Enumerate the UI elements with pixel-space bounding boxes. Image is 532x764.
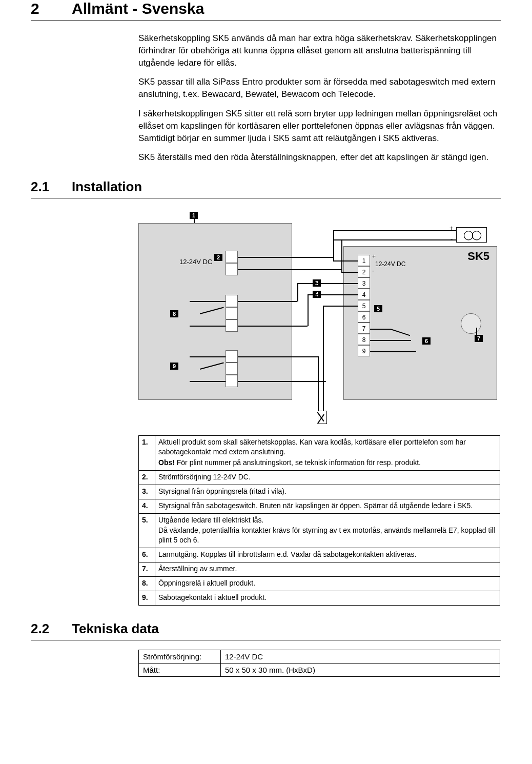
sk5-terminal: 4 [358, 289, 370, 300]
legend-number: 2. [139, 470, 155, 485]
sk5-terminal: 2 [358, 266, 370, 277]
legend-line: Utgående ledare till elektriskt lås. [158, 515, 497, 525]
product-box [138, 223, 292, 400]
legend-number: 5. [139, 513, 155, 548]
diagram-callout: 2 [214, 254, 222, 261]
wire [190, 381, 226, 382]
legend-row: 9.Sabotagekontakt i aktuell produkt. [139, 591, 500, 605]
section-number: 2 [31, 0, 72, 17]
legend-line: Larmutgång. Kopplas till inbrottslarm e.… [158, 550, 497, 559]
subsection-number: 2.1 [31, 179, 72, 195]
wire [238, 326, 308, 327]
wire [333, 239, 456, 240]
legend-line: Då växlande, potentialfria kontakter krä… [158, 526, 497, 545]
paragraph: Säkerhetskoppling SK5 används då man har… [138, 32, 501, 69]
legend-text: Öppningsrelä i aktuell produkt. [155, 576, 500, 591]
wiring-diagram: SK5 ◯◯ + - 1 2 3 4 5 6 7 8 9 12-24V DC 1… [138, 208, 500, 428]
terminal [226, 363, 238, 375]
spec-value: 50 x 50 x 30 mm. (HxBxD) [221, 663, 500, 676]
wire [238, 269, 341, 270]
wire [190, 301, 226, 302]
wire [190, 326, 226, 327]
legend-row: 7.Återställning av summer. [139, 562, 500, 577]
wire [333, 230, 456, 231]
plus-label: + [372, 253, 376, 260]
legend-text: Aktuell produkt som skall säkerhetskoppl… [155, 436, 500, 471]
wire [238, 356, 318, 357]
spec-table: Strömförsörjning:12-24V DCMått:50 x 50 x… [138, 650, 500, 677]
sk5-terminal: 9 [358, 345, 370, 356]
diagram-callout: 1 [190, 212, 198, 219]
legend-row: 2.Strömförsörjning 12-24V DC. [139, 470, 500, 485]
legend-text: Styrsignal från sabotageswitch. Bruten n… [155, 499, 500, 513]
wire [333, 230, 334, 260]
power-supply-icon: ◯◯ [456, 227, 487, 243]
diagram-callout: 8 [170, 310, 178, 317]
sk5-terminal: 5 [358, 300, 370, 311]
diagram-legend-table: 1.Aktuell produkt som skall säkerhetskop… [138, 435, 500, 606]
spec-label: Mått: [139, 663, 221, 676]
voltage-label: 12-24V DC [179, 258, 212, 266]
legend-number: 9. [139, 591, 155, 605]
reset-button-icon [461, 313, 481, 334]
legend-text: Larmutgång. Kopplas till inbrottslarm e.… [155, 548, 500, 562]
wire [238, 301, 297, 302]
terminal [226, 251, 238, 263]
subsection-heading: 2.1Installation [31, 179, 501, 198]
legend-text: Sabotagekontakt i aktuell produkt. [155, 591, 500, 605]
minus-label: - [372, 267, 374, 274]
legend-number: 1. [139, 436, 155, 471]
sk5-terminal: 8 [358, 334, 370, 345]
voltage-label: 12-24V DC [375, 260, 405, 268]
legend-line: Strömförsörjning 12-24V DC. [158, 472, 497, 482]
diagram-callout: 7 [475, 335, 483, 342]
subsection-heading: 2.2Tekniska data [31, 621, 501, 640]
paragraph: SK5 återställs med den röda återställnin… [138, 151, 501, 164]
wire [190, 356, 226, 357]
legend-row: 8.Öppningsrelä i aktuell produkt. [139, 576, 500, 591]
strike-icon [318, 411, 327, 424]
legend-line: Aktuell produkt som skall säkerhetskoppl… [158, 437, 497, 457]
paragraph: I säkerhetskopplingen SK5 sitter ett rel… [138, 108, 501, 144]
terminal [226, 263, 238, 275]
wire [323, 306, 358, 307]
section-title: Allmänt - Svenska [72, 0, 204, 17]
terminal [226, 295, 238, 307]
legend-row: 6.Larmutgång. Kopplas till inbrottslarm … [139, 548, 500, 562]
subsection-title: Installation [72, 179, 142, 194]
terminal [226, 319, 238, 332]
legend-line: Styrsignal från öppningsrelä (ritad i vi… [158, 487, 497, 496]
subsection-title: Tekniska data [72, 621, 159, 636]
legend-number: 8. [139, 576, 155, 591]
wire [238, 257, 333, 258]
wire [333, 260, 358, 262]
terminal [226, 307, 238, 319]
sk5-terminal: 1 [358, 255, 370, 266]
wire [238, 381, 326, 382]
sk5-title: SK5 [467, 250, 489, 263]
terminal [226, 375, 238, 387]
sk5-terminal: 6 [358, 311, 370, 323]
legend-text: Styrsignal från öppningsrelä (ritad i vi… [155, 485, 500, 499]
legend-number: 6. [139, 548, 155, 562]
wire [308, 294, 358, 295]
paragraph: SK5 passar till alla SiPass Entro produk… [138, 76, 501, 100]
wire [308, 294, 309, 326]
wire [370, 329, 391, 330]
legend-text: Strömförsörjning 12-24V DC. [155, 470, 500, 485]
wire [370, 340, 411, 341]
wire [297, 283, 358, 284]
spec-row: Strömförsörjning:12-24V DC [139, 650, 500, 663]
section-heading: 2Allmänt - Svenska [31, 0, 501, 21]
legend-row: 5.Utgående ledare till elektriskt lås.Då… [139, 513, 500, 548]
legend-row: 1.Aktuell produkt som skall säkerhetskop… [139, 436, 500, 471]
legend-line: Öppningsrelä i aktuell produkt. [158, 578, 497, 588]
legend-number: 4. [139, 499, 155, 513]
wire [323, 306, 324, 412]
legend-row: 3.Styrsignal från öppningsrelä (ritad i … [139, 485, 500, 499]
wire [297, 283, 298, 301]
sk5-terminal: 7 [358, 323, 370, 334]
diagram-callout: 6 [422, 337, 431, 345]
legend-line: Styrsignal från sabotageswitch. Bruten n… [158, 501, 497, 511]
legend-text: Återställning av summer. [155, 562, 500, 577]
